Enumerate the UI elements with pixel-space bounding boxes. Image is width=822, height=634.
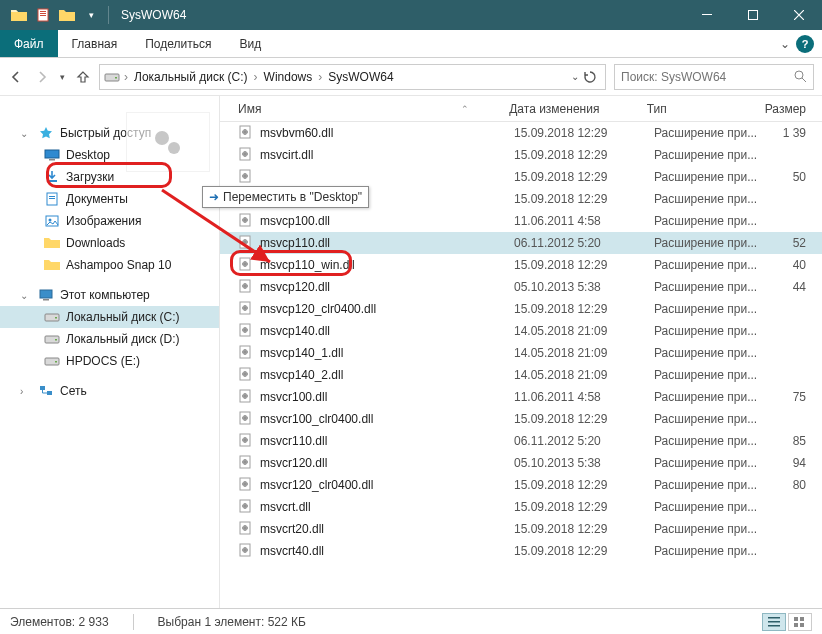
file-row[interactable]: msvcr100.dll11.06.2011 4:58Расширение пр…: [220, 386, 822, 408]
minimize-button[interactable]: [684, 0, 730, 30]
new-folder-icon[interactable]: [56, 4, 78, 26]
star-icon: [38, 125, 54, 141]
tab-home[interactable]: Главная: [58, 30, 132, 57]
up-button[interactable]: [75, 69, 91, 85]
chevron-down-icon[interactable]: ⌄: [571, 71, 579, 82]
file-size: 50: [774, 170, 822, 184]
file-row[interactable]: msvcp140_1.dll14.05.2018 21:09Расширение…: [220, 342, 822, 364]
svg-rect-54: [243, 263, 248, 264]
chevron-right-icon[interactable]: ›: [252, 70, 260, 84]
expand-icon[interactable]: ⌄: [20, 290, 32, 301]
status-count: Элементов: 2 933: [10, 615, 109, 629]
nav-this-pc[interactable]: ⌄ Этот компьютер: [0, 284, 219, 306]
file-row[interactable]: msvcp140_2.dll14.05.2018 21:09Расширение…: [220, 364, 822, 386]
file-size: 52: [774, 236, 822, 250]
breadcrumb-seg[interactable]: Windows: [262, 70, 315, 84]
recent-dropdown[interactable]: ▾: [60, 72, 65, 82]
column-name[interactable]: Имя ⌃: [238, 102, 509, 116]
forward-button[interactable]: [34, 69, 50, 85]
expand-icon[interactable]: ›: [20, 386, 32, 397]
column-date[interactable]: Дата изменения: [509, 102, 647, 116]
dll-file-icon: [238, 235, 254, 251]
column-size[interactable]: Размер: [765, 102, 822, 116]
file-row[interactable]: msvcr120.dll05.10.2013 5:38Расширение пр…: [220, 452, 822, 474]
file-row[interactable]: msvcirt.dll15.09.2018 12:29Расширение пр…: [220, 144, 822, 166]
svg-rect-10: [49, 159, 55, 161]
file-date: 14.05.2018 21:09: [514, 368, 654, 382]
file-row[interactable]: msvcrt.dll15.09.2018 12:29Расширение при…: [220, 496, 822, 518]
file-date: 15.09.2018 12:29: [514, 170, 654, 184]
svg-rect-70: [243, 351, 248, 352]
file-row[interactable]: msvcr100_clr0400.dll15.09.2018 12:29Расш…: [220, 408, 822, 430]
tab-view[interactable]: Вид: [225, 30, 275, 57]
svg-rect-74: [243, 373, 248, 374]
refresh-icon[interactable]: [583, 70, 597, 84]
svg-rect-50: [243, 241, 248, 242]
expand-icon[interactable]: ⌄: [20, 128, 32, 139]
file-name: msvcr120.dll: [260, 456, 514, 470]
dll-file-icon: [238, 147, 254, 163]
svg-rect-58: [243, 285, 248, 286]
dll-file-icon: [238, 345, 254, 361]
tab-share[interactable]: Поделиться: [131, 30, 225, 57]
dll-file-icon: [238, 433, 254, 449]
search-input[interactable]: [621, 70, 788, 84]
file-name: msvcirt.dll: [260, 148, 514, 162]
file-row[interactable]: 15.09.2018 12:29Расширение при...50: [220, 166, 822, 188]
svg-rect-98: [243, 505, 248, 506]
sort-caret-icon: ⌃: [461, 104, 469, 114]
file-type: Расширение при...: [654, 302, 774, 316]
breadcrumb[interactable]: › Локальный диск (C:) › Windows › SysWOW…: [99, 64, 606, 90]
file-type: Расширение при...: [654, 214, 774, 228]
sidebar-item[interactable]: Локальный диск (C:): [0, 306, 219, 328]
nav-network[interactable]: › Сеть: [0, 380, 219, 402]
main-area: ⌄ Быстрый доступ DesktopЗагрузкиДокумент…: [0, 96, 822, 608]
nav-label: Этот компьютер: [60, 288, 150, 302]
chevron-down-icon[interactable]: ⌄: [780, 37, 790, 51]
sidebar-item[interactable]: Downloads: [0, 232, 219, 254]
file-row[interactable]: msvcrt40.dll15.09.2018 12:29Расширение п…: [220, 540, 822, 562]
view-icons-button[interactable]: [788, 613, 812, 631]
dropdown-icon[interactable]: ▾: [80, 4, 102, 26]
sidebar-item[interactable]: Документы: [0, 188, 219, 210]
search-icon[interactable]: [794, 70, 807, 83]
breadcrumb-seg[interactable]: SysWOW64: [326, 70, 395, 84]
maximize-button[interactable]: [730, 0, 776, 30]
properties-icon[interactable]: [32, 4, 54, 26]
file-row[interactable]: msvcp120.dll05.10.2013 5:38Расширение пр…: [220, 276, 822, 298]
file-name: msvcr100.dll: [260, 390, 514, 404]
folder-icon: [8, 4, 30, 26]
svg-rect-108: [768, 621, 780, 623]
file-date: 05.10.2013 5:38: [514, 280, 654, 294]
window-controls: [684, 0, 822, 30]
file-row[interactable]: msvcrt20.dll15.09.2018 12:29Расширение п…: [220, 518, 822, 540]
dll-file-icon: [238, 279, 254, 295]
file-row[interactable]: msvcr110.dll06.11.2012 5:20Расширение пр…: [220, 430, 822, 452]
breadcrumb-seg[interactable]: Локальный диск (C:): [132, 70, 250, 84]
svg-rect-26: [47, 391, 52, 395]
search-box[interactable]: [614, 64, 814, 90]
chevron-right-icon[interactable]: ›: [122, 70, 130, 84]
file-row[interactable]: msvcr120_clr0400.dll15.09.2018 12:29Расш…: [220, 474, 822, 496]
column-type[interactable]: Тип: [647, 102, 765, 116]
sidebar-item[interactable]: Изображения: [0, 210, 219, 232]
file-row[interactable]: msvcp120_clr0400.dll15.09.2018 12:29Расш…: [220, 298, 822, 320]
sidebar-item[interactable]: Локальный диск (D:): [0, 328, 219, 350]
back-button[interactable]: [8, 69, 24, 85]
file-row[interactable]: msvcp100.dll11.06.2011 4:58Расширение пр…: [220, 210, 822, 232]
chevron-right-icon[interactable]: ›: [316, 70, 324, 84]
sidebar-item[interactable]: Ashampoo Snap 10: [0, 254, 219, 276]
close-button[interactable]: [776, 0, 822, 30]
view-details-button[interactable]: [762, 613, 786, 631]
file-row[interactable]: msvcp140.dll14.05.2018 21:09Расширение п…: [220, 320, 822, 342]
file-date: 14.05.2018 21:09: [514, 324, 654, 338]
file-row[interactable]: msvcp110.dll06.11.2012 5:20Расширение пр…: [220, 232, 822, 254]
svg-rect-24: [55, 361, 57, 363]
file-row[interactable]: msvcp110_win.dll15.09.2018 12:29Расширен…: [220, 254, 822, 276]
file-row[interactable]: msvbvm60.dll15.09.2018 12:29Расширение п…: [220, 122, 822, 144]
help-icon[interactable]: ?: [796, 35, 814, 53]
svg-rect-14: [49, 198, 55, 199]
svg-rect-5: [749, 11, 758, 20]
sidebar-item[interactable]: HPDOCS (E:): [0, 350, 219, 372]
tab-file[interactable]: Файл: [0, 30, 58, 57]
